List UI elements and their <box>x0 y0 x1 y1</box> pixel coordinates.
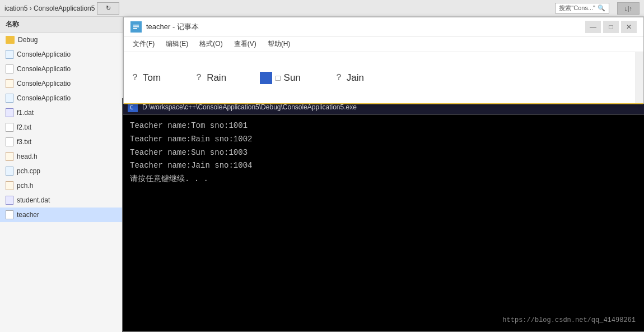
svg-rect-3 <box>133 28 137 29</box>
svg-rect-2 <box>133 26 139 27</box>
sidebar-item-consoleapp2[interactable]: ConsoleApplicatio <box>0 62 123 76</box>
sidebar-item-headh[interactable]: head.h <box>0 149 123 164</box>
notepad-content-row: ？ Tom ？ Rain □ Sun ？ Jain <box>130 72 637 84</box>
refresh-button[interactable]: ↻ <box>97 2 119 15</box>
console-line-5: 请按任意键继续. . . <box>130 173 638 186</box>
cpp-icon <box>6 94 13 103</box>
rain-prefix: ？ <box>194 72 203 84</box>
sidebar-header: 名称 <box>0 17 123 33</box>
sidebar-item-label: f1.dat <box>17 109 34 117</box>
sidebar-item-consoleapp4[interactable]: ConsoleApplicatio <box>0 91 123 105</box>
dat-icon <box>6 108 13 117</box>
file-icon <box>6 64 13 73</box>
sidebar-item-consoleapp3[interactable]: ConsoleApplicatio <box>0 76 123 91</box>
tom-prefix: ？ <box>130 72 139 84</box>
ide-topbar: ication5 › ConsoleApplication5 ↻ 搜索"Cons… <box>0 0 644 17</box>
console-watermark: https://blog.csdn.net/qq_41498261 <box>502 316 636 324</box>
notepad-menu-format[interactable]: 格式(O) <box>195 38 227 50</box>
notepad-menu-view[interactable]: 查看(V) <box>230 38 261 50</box>
notepad-maximize-button[interactable]: □ <box>603 21 619 33</box>
h-icon <box>6 79 13 88</box>
sidebar-item-label: f2.txt <box>17 123 31 131</box>
console-window: C D:\workspace\c++\ConsoleApplication5\D… <box>122 98 644 332</box>
sidebar-item-label: student.dat <box>17 196 50 204</box>
console-line-1: Teacher name:Tom sno:1001 <box>130 119 638 133</box>
sidebar-item-f2txt[interactable]: f2.txt <box>0 120 123 135</box>
sun-highlight-square <box>260 72 272 84</box>
notepad-scrollbar[interactable] <box>636 52 643 103</box>
tom-name: Tom <box>143 72 161 84</box>
notepad-menu-help[interactable]: 帮助(H) <box>263 38 295 50</box>
svg-rect-1 <box>133 25 139 26</box>
console-line-2: Teacher name:Rain sno:1002 <box>130 133 638 146</box>
cpp-icon <box>6 50 13 59</box>
file-icon <box>6 137 13 146</box>
sidebar-item-teacher[interactable]: teacher <box>0 208 123 222</box>
sidebar-item-label: head.h <box>17 153 38 160</box>
notepad-menu-file[interactable]: 文件(F) <box>128 38 159 50</box>
console-line-4: Teacher name:Jain sno:1004 <box>130 159 638 173</box>
sidebar-item-label: ConsoleApplicatio <box>17 65 71 73</box>
jain-prefix: ？ <box>334 72 343 84</box>
notepad-item-tom: ？ Tom <box>130 72 161 84</box>
folder-icon <box>6 36 15 44</box>
search-text: 搜索"Cons..." <box>559 4 595 12</box>
sidebar-item-label: f3.txt <box>17 138 31 146</box>
sidebar-item-label: teacher <box>17 211 39 219</box>
sidebar-item-consoleapp1[interactable]: ConsoleApplicatio <box>0 47 123 62</box>
notepad-titlebar: teacher - 记事本 — □ ✕ <box>124 17 643 36</box>
ide-topbar-buttons: ↓|↑ <box>617 2 640 15</box>
sidebar-item-f1dat[interactable]: f1.dat <box>0 105 123 120</box>
cpp-icon <box>6 167 13 176</box>
notepad-window: teacher - 记事本 — □ ✕ 文件(F) 编辑(E) 格式(O) 查看… <box>123 17 644 104</box>
notepad-app-icon <box>130 21 142 33</box>
sidebar-item-f3txt[interactable]: f3.txt <box>0 135 123 149</box>
sidebar-item-debug[interactable]: Debug <box>0 33 123 47</box>
sidebar-item-pchcpp[interactable]: pch.cpp <box>0 164 123 178</box>
notepad-window-controls: — □ ✕ <box>585 21 637 33</box>
h-icon <box>6 152 13 161</box>
notepad-item-sun: □ Sun <box>260 72 301 84</box>
sun-prefix: □ <box>276 73 280 82</box>
sun-name: Sun <box>284 72 301 84</box>
notepad-content[interactable]: ？ Tom ？ Rain □ Sun ？ Jain <box>124 52 643 104</box>
h-icon <box>6 181 13 190</box>
breadcrumb-text: ication5 › ConsoleApplication5 <box>4 4 95 12</box>
console-body[interactable]: Teacher name:Tom sno:1001 Teacher name:R… <box>123 115 644 191</box>
svg-text:C: C <box>130 104 133 110</box>
notepad-menubar: 文件(F) 编辑(E) 格式(O) 查看(V) 帮助(H) <box>124 36 643 52</box>
sidebar-item-label: pch.cpp <box>17 167 40 175</box>
sidebar-item-label: ConsoleApplicatio <box>17 50 71 58</box>
ide-btn-1[interactable]: ↓|↑ <box>617 2 640 15</box>
notepad-menu-edit[interactable]: 编辑(E) <box>161 38 193 50</box>
ide-sidebar: 名称 Debug ConsoleApplicatio ConsoleApplic… <box>0 17 123 332</box>
rain-name: Rain <box>207 72 226 84</box>
file-icon <box>6 123 13 132</box>
notepad-item-rain: ？ Rain <box>194 72 226 84</box>
search-bar[interactable]: 搜索"Cons..." 🔍 <box>555 3 609 13</box>
sidebar-item-label: ConsoleApplicatio <box>17 80 71 87</box>
notepad-title: teacher - 记事本 <box>146 22 581 32</box>
search-icon: 🔍 <box>598 4 605 12</box>
jain-name: Jain <box>347 72 364 84</box>
notepad-close-button[interactable]: ✕ <box>621 21 637 33</box>
breadcrumb: ication5 › ConsoleApplication5 ↻ <box>4 2 552 15</box>
notepad-item-jain: ？ Jain <box>334 72 364 84</box>
sidebar-item-pchh[interactable]: pch.h <box>0 178 123 193</box>
notepad-minimize-button[interactable]: — <box>585 21 601 33</box>
sidebar-item-label: ConsoleApplicatio <box>17 94 71 102</box>
sidebar-item-studentdat[interactable]: student.dat <box>0 193 123 208</box>
sidebar-item-label: Debug <box>18 36 38 44</box>
sidebar-item-label: pch.h <box>17 182 33 190</box>
dat-icon <box>6 196 13 205</box>
console-line-3: Teacher name:Sun sno:1003 <box>130 146 638 160</box>
file-icon <box>6 210 13 219</box>
